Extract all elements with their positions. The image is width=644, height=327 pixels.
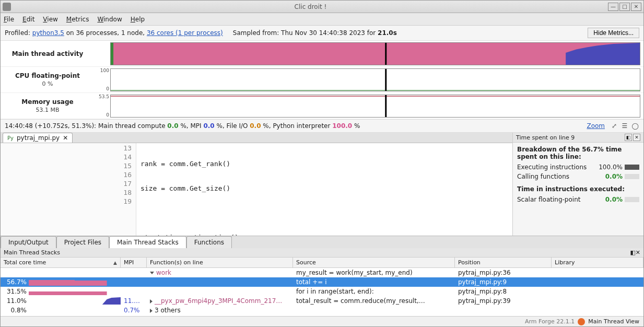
cores-link[interactable]: 36 cores (1 per process) bbox=[147, 29, 223, 37]
breakdown-exec-row: Executing instructions 100.0% bbox=[517, 162, 639, 172]
svg-rect-7 bbox=[29, 280, 75, 286]
list-view-icon[interactable]: ☰ bbox=[620, 122, 629, 130]
main-thread-activity-chart[interactable] bbox=[110, 42, 640, 65]
sort-asc-icon[interactable]: ▲ bbox=[113, 260, 117, 265]
version-label: Arm Forge 22.1.1 bbox=[525, 318, 575, 325]
stack-row[interactable]: 11.0% 11.0% __pyx_pw_6mpi4py_3MPI_4Comm_… bbox=[1, 296, 643, 306]
stack-row[interactable]: 31.5% for i in range(start, end): pytraj… bbox=[1, 287, 643, 296]
hide-metrics-button[interactable]: Hide Metrics... bbox=[588, 28, 639, 38]
col-functions[interactable]: Function(s) on line bbox=[147, 258, 293, 267]
metric-cpu-fp: CPU floating-point0 % 1000 bbox=[1, 67, 643, 93]
profile-summary-bar: Profiled: python3.5 on 36 processes, 1 n… bbox=[1, 26, 643, 41]
breakdown-title: Breakdown of the 56.7% time spent on thi… bbox=[517, 146, 639, 160]
python-file-icon: Py bbox=[7, 135, 14, 141]
sample-duration: 21.0s bbox=[378, 29, 397, 37]
tab-main-thread-stacks[interactable]: Main Thread Stacks bbox=[109, 236, 186, 248]
file-tab-active[interactable]: Py pytraj_mpi.py ✕ bbox=[3, 133, 73, 143]
maximize-button[interactable]: □ bbox=[619, 3, 630, 11]
stack-row[interactable]: work my_result = work(my_start, my_end) … bbox=[1, 268, 643, 277]
zoom-link[interactable]: Zoom bbox=[587, 122, 605, 130]
refresh-icon[interactable]: ◯ bbox=[631, 122, 639, 130]
tab-project-files[interactable]: Project Files bbox=[56, 236, 109, 248]
middle-area: Py pytraj_mpi.py ✕ 13141516171819 rank =… bbox=[1, 133, 643, 236]
close-button[interactable]: ✕ bbox=[631, 3, 641, 11]
tab-functions[interactable]: Functions bbox=[186, 236, 232, 248]
main-thread-stacks-panel: Main Thread Stacks ◧ ✕ Total core time▲ … bbox=[1, 248, 643, 316]
stack-row-selected[interactable]: 56.7% total += i pytraj_mpi.py:9 bbox=[1, 277, 643, 287]
svg-rect-0 bbox=[111, 43, 640, 65]
memory-chart[interactable] bbox=[110, 95, 640, 118]
col-mpi[interactable]: MPI bbox=[121, 258, 147, 267]
menu-view[interactable]: View bbox=[43, 16, 57, 23]
file-tab-label: pytraj_mpi.py bbox=[17, 134, 60, 142]
bottom-tabs: Input/Output Project Files Main Thread S… bbox=[1, 236, 643, 248]
code-gutter: 13141516171819 bbox=[1, 143, 136, 236]
status-bar: Arm Forge 22.1.1 Main Thread View bbox=[1, 316, 643, 326]
window-titlebar: Clic droit ! — □ ✕ bbox=[1, 1, 643, 13]
col-total-core-time[interactable]: Total core time▲ bbox=[1, 258, 121, 267]
expand-right-icon[interactable] bbox=[150, 299, 153, 303]
svg-rect-1 bbox=[111, 43, 113, 65]
stacks-rows: work my_result = work(my_start, my_end) … bbox=[1, 268, 643, 315]
menu-help[interactable]: Help bbox=[131, 16, 145, 23]
menu-file[interactable]: File bbox=[4, 16, 14, 23]
expand-down-icon[interactable] bbox=[150, 272, 154, 274]
close-panel-icon[interactable]: ✕ bbox=[633, 134, 640, 141]
metric-main-thread-activity: Main thread activity bbox=[1, 41, 643, 67]
expand-right-icon[interactable] bbox=[150, 309, 153, 313]
breakdown-header: Time spent on line 9 ◧ ✕ bbox=[513, 133, 643, 143]
timeline-status-bar: 14:40:48 (+10.752s, 51.3%): Main thread … bbox=[1, 119, 643, 133]
col-position[interactable]: Position bbox=[455, 258, 552, 267]
col-source[interactable]: Source bbox=[293, 258, 455, 267]
code-editor[interactable]: 13141516171819 rank = comm.Get_rank() si… bbox=[1, 143, 512, 236]
profiled-label: Profiled: bbox=[5, 29, 32, 37]
minimize-button[interactable]: — bbox=[608, 3, 618, 11]
zoom-reset-icon[interactable]: ⤢ bbox=[610, 122, 618, 130]
metric-memory: Memory usage53.1 MB 53.50 bbox=[1, 93, 643, 119]
code-lines: rank = comm.Get_rank() size = comm.Get_s… bbox=[136, 143, 512, 236]
stack-row[interactable]: 0.8% 0.7% 3 others bbox=[1, 306, 643, 315]
menubar: File Edit View Metrics Window Help bbox=[1, 13, 643, 26]
menu-metrics[interactable]: Metrics bbox=[66, 16, 89, 23]
stacks-header: Main Thread Stacks ◧ ✕ bbox=[1, 248, 643, 258]
menu-window[interactable]: Window bbox=[97, 16, 122, 23]
breakdown-call-row: Calling functions 0.0% bbox=[517, 172, 639, 181]
undock-icon[interactable]: ◧ bbox=[625, 134, 632, 141]
instr-head: Time in instructions executed: bbox=[517, 185, 639, 193]
svg-rect-9 bbox=[29, 291, 107, 295]
view-mode-label: Main Thread View bbox=[588, 318, 639, 325]
col-library[interactable]: Library bbox=[552, 258, 643, 267]
metrics-panel: Main thread activity CPU floating-point0… bbox=[1, 41, 643, 119]
code-panel: Py pytraj_mpi.py ✕ 13141516171819 rank =… bbox=[1, 133, 513, 236]
breakdown-scalar-row: Scalar floating-point 0.0% bbox=[517, 195, 639, 204]
file-tabs: Py pytraj_mpi.py ✕ bbox=[1, 133, 512, 143]
menu-edit[interactable]: Edit bbox=[22, 16, 34, 23]
sampled-time: Thu Nov 30 14:40:38 2023 bbox=[281, 29, 365, 37]
close-tab-icon[interactable]: ✕ bbox=[63, 134, 68, 142]
tab-input-output[interactable]: Input/Output bbox=[1, 236, 56, 248]
close-stacks-icon[interactable]: ✕ bbox=[636, 249, 640, 256]
app-icon bbox=[3, 3, 11, 11]
cpu-fp-chart[interactable] bbox=[110, 68, 640, 91]
profiled-exe-link[interactable]: python3.5 bbox=[32, 29, 64, 37]
stacks-column-headers: Total core time▲ MPI Function(s) on line… bbox=[1, 258, 643, 268]
line-breakdown-panel: Time spent on line 9 ◧ ✕ Breakdown of th… bbox=[513, 133, 643, 236]
undock-stacks-icon[interactable]: ◧ bbox=[630, 249, 635, 256]
window-title: Clic droit ! bbox=[14, 3, 607, 10]
svg-rect-8 bbox=[75, 281, 107, 286]
arm-forge-icon bbox=[578, 318, 585, 325]
